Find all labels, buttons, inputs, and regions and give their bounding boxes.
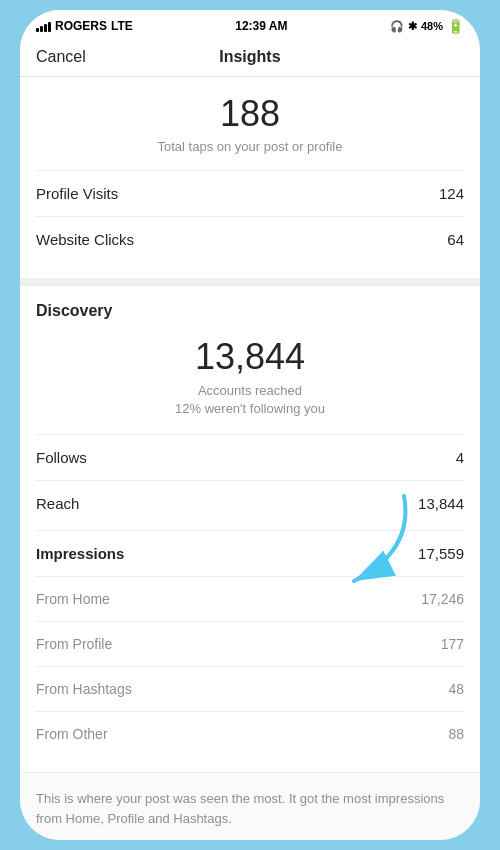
from-home-value: 17,246 bbox=[421, 591, 464, 607]
follows-value: 4 bbox=[456, 449, 464, 466]
carrier-label: ROGERS bbox=[55, 19, 107, 33]
accounts-reached-line2: 12% weren't following you bbox=[175, 401, 325, 416]
total-taps-subtitle: Total taps on your post or profile bbox=[36, 139, 464, 154]
from-other-row: From Other 88 bbox=[36, 711, 464, 756]
accounts-reached-line1: Accounts reached bbox=[198, 383, 302, 398]
signal-bar-2 bbox=[40, 26, 43, 32]
website-clicks-value: 64 bbox=[447, 231, 464, 248]
nav-bar: Cancel Insights bbox=[20, 38, 480, 77]
status-time: 12:39 AM bbox=[235, 19, 287, 33]
profile-visits-value: 124 bbox=[439, 185, 464, 202]
website-clicks-label: Website Clicks bbox=[36, 231, 134, 248]
discovery-header: Discovery bbox=[36, 302, 464, 320]
discovery-section: Discovery 13,844 Accounts reached 12% we… bbox=[20, 286, 480, 772]
signal-bars-icon bbox=[36, 20, 51, 32]
status-bar: ROGERS LTE 12:39 AM 🎧 ✱ 48% 🔋 bbox=[20, 10, 480, 38]
headphones-icon: 🎧 bbox=[390, 20, 404, 33]
section-divider-1 bbox=[20, 278, 480, 286]
status-left: ROGERS LTE bbox=[36, 19, 133, 33]
signal-bar-3 bbox=[44, 24, 47, 32]
from-hashtags-row: From Hashtags 48 bbox=[36, 666, 464, 711]
profile-visits-row: Profile Visits 124 bbox=[36, 170, 464, 216]
total-taps-number: 188 bbox=[36, 93, 464, 135]
from-home-label: From Home bbox=[36, 591, 110, 607]
signal-bar-1 bbox=[36, 28, 39, 32]
arrow-svg bbox=[314, 491, 434, 591]
status-right: 🎧 ✱ 48% 🔋 bbox=[390, 18, 464, 34]
content-area: 188 Total taps on your post or profile P… bbox=[20, 77, 480, 840]
from-profile-value: 177 bbox=[441, 636, 464, 652]
impressions-label: Impressions bbox=[36, 545, 124, 562]
accounts-reached-subtitle: Accounts reached 12% weren't following y… bbox=[36, 382, 464, 418]
from-profile-label: From Profile bbox=[36, 636, 112, 652]
accounts-reached-number: 13,844 bbox=[36, 336, 464, 378]
from-hashtags-value: 48 bbox=[448, 681, 464, 697]
profile-visits-label: Profile Visits bbox=[36, 185, 118, 202]
network-type: LTE bbox=[111, 19, 133, 33]
interactions-section: 188 Total taps on your post or profile P… bbox=[20, 77, 480, 278]
battery-icon: 🔋 bbox=[447, 18, 464, 34]
from-hashtags-label: From Hashtags bbox=[36, 681, 132, 697]
website-clicks-row: Website Clicks 64 bbox=[36, 216, 464, 262]
phone-frame: ROGERS LTE 12:39 AM 🎧 ✱ 48% 🔋 Cancel Ins… bbox=[20, 10, 480, 840]
follows-row: Follows 4 bbox=[36, 434, 464, 480]
from-profile-row: From Profile 177 bbox=[36, 621, 464, 666]
follows-label: Follows bbox=[36, 449, 87, 466]
impressions-section: Impressions 17,559 From H bbox=[36, 526, 464, 756]
cancel-button[interactable]: Cancel bbox=[36, 48, 86, 66]
bluetooth-icon: ✱ bbox=[408, 20, 417, 33]
battery-percent: 48% bbox=[421, 20, 443, 32]
signal-bar-4 bbox=[48, 22, 51, 32]
page-title: Insights bbox=[219, 48, 280, 66]
footer-text: This is where your post was seen the mos… bbox=[20, 772, 480, 840]
from-other-label: From Other bbox=[36, 726, 108, 742]
reach-label: Reach bbox=[36, 495, 79, 512]
from-other-value: 88 bbox=[448, 726, 464, 742]
